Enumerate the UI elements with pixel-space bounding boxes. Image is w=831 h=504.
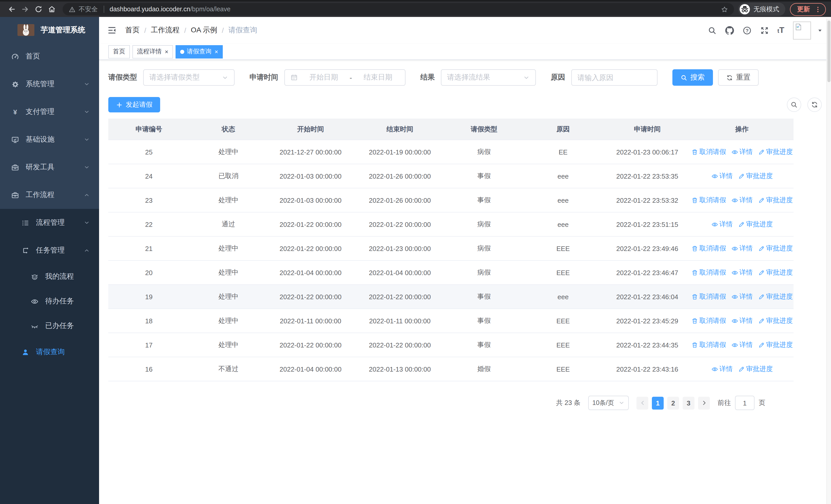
approval-progress-action[interactable]: 审批进度	[738, 220, 773, 229]
sidebar-item-infra[interactable]: 基础设施	[0, 126, 99, 153]
table-row[interactable]: 16 不通过 2022-01-04 00:00:00 2022-01-13 00…	[108, 357, 794, 381]
sidebar-item-payment[interactable]: ¥ 支付管理	[0, 98, 99, 126]
breadcrumb-item[interactable]: OA 示例/	[191, 26, 229, 35]
table-row[interactable]: 21 处理中 2022-01-22 00:00:00 2022-01-23 00…	[108, 237, 794, 261]
cancel-leave-action[interactable]: 取消请假	[691, 196, 726, 205]
cancel-leave-action[interactable]: 取消请假	[691, 292, 726, 301]
cancel-leave-action[interactable]: 取消请假	[691, 340, 726, 350]
sidebar-item-workflow[interactable]: 工作流程	[0, 181, 99, 209]
detail-action[interactable]: 详情	[711, 220, 733, 229]
cancel-leave-action[interactable]: 取消请假	[691, 316, 726, 325]
sidebar-item-process-mgmt[interactable]: 流程管理	[0, 209, 99, 237]
sidebar-item-home[interactable]: 首页	[0, 42, 99, 70]
result-select[interactable]: 请选择流结果	[441, 69, 536, 86]
prev-page-button[interactable]	[636, 396, 648, 409]
tab-process-detail[interactable]: 流程详情 ×	[133, 45, 173, 58]
table-row[interactable]: 19 处理中 2022-01-22 00:00:00 2022-01-22 00…	[108, 285, 794, 309]
approval-progress-action[interactable]: 审批进度	[758, 316, 793, 325]
avatar[interactable]	[793, 21, 811, 39]
detail-action[interactable]: 详情	[731, 316, 753, 325]
chevron-down-icon[interactable]	[817, 27, 823, 33]
github-icon[interactable]	[725, 26, 734, 35]
tab-home[interactable]: 首页	[108, 45, 130, 58]
detail-action[interactable]: 详情	[731, 196, 753, 205]
table-row[interactable]: 23 处理中 2022-01-03 00:00:00 2022-01-26 00…	[108, 188, 794, 212]
browser-forward-button[interactable]	[19, 3, 32, 16]
cancel-leave-action[interactable]: 取消请假	[691, 268, 726, 277]
browser-reload-button[interactable]	[32, 3, 45, 16]
approval-progress-action[interactable]: 审批进度	[758, 196, 793, 205]
detail-action[interactable]: 详情	[731, 268, 753, 277]
address-bar[interactable]: 不安全 dashboard.yudao.iocoder.cn/bpm/oa/le…	[63, 3, 734, 16]
cancel-leave-action[interactable]: 取消请假	[691, 147, 726, 156]
edit-pen-icon	[758, 245, 765, 252]
actions-cell: 取消请假 详情 审批进度	[690, 316, 794, 325]
table-row[interactable]: 24 已取消 2022-01-03 00:00:00 2022-01-26 00…	[108, 164, 794, 188]
search-button[interactable]: 搜索	[672, 69, 713, 86]
detail-action[interactable]: 详情	[731, 244, 753, 253]
cell-reason: eee	[522, 196, 604, 204]
cell-status: 已取消	[190, 171, 267, 181]
detail-action[interactable]: 详情	[711, 171, 733, 181]
sidebar-item-leave-query[interactable]: 请假查询	[0, 338, 99, 366]
detail-action[interactable]: 详情	[731, 340, 753, 350]
toggle-search-button[interactable]	[787, 97, 801, 112]
approval-progress-action[interactable]: 审批进度	[758, 147, 793, 156]
browser-update-button[interactable]: 更新	[790, 3, 826, 16]
cell-end-time: 2022-01-22 00:00:00	[354, 220, 446, 228]
leave-type-select[interactable]: 请选择请假类型	[143, 69, 235, 86]
breadcrumb-item[interactable]: 请假查询/	[228, 26, 257, 35]
scrollbar-thumb[interactable]	[827, 21, 830, 82]
tab-close-icon[interactable]: ×	[214, 49, 218, 55]
approval-progress-action[interactable]: 审批进度	[738, 364, 773, 374]
reason-input[interactable]	[571, 69, 658, 86]
goto-page-input[interactable]	[735, 396, 754, 410]
approval-progress-action[interactable]: 审批进度	[738, 171, 773, 181]
detail-action[interactable]: 详情	[711, 364, 733, 374]
search-icon[interactable]	[708, 26, 716, 35]
next-page-button[interactable]	[698, 396, 710, 409]
tab-close-icon[interactable]: ×	[165, 49, 168, 55]
approval-progress-action[interactable]: 审批进度	[758, 292, 793, 301]
sidebar-item-todo-tasks[interactable]: 待办任务	[0, 289, 99, 314]
page-button[interactable]: 3	[683, 396, 694, 409]
breadcrumb-item[interactable]: 首页/	[125, 26, 151, 35]
detail-action[interactable]: 详情	[731, 292, 753, 301]
sidebar-item-system[interactable]: 系统管理	[0, 70, 99, 98]
table-row[interactable]: 25 处理中 2021-12-27 00:00:00 2022-01-19 00…	[108, 140, 794, 164]
sidebar-collapse-icon[interactable]	[107, 26, 116, 35]
approval-progress-action[interactable]: 审批进度	[758, 244, 793, 253]
table-row[interactable]: 18 处理中 2022-01-11 00:00:00 2022-01-11 00…	[108, 309, 794, 333]
page-button[interactable]: 1	[652, 396, 664, 409]
help-icon[interactable]: ?	[742, 26, 751, 35]
leave-table: 申请编号状态开始时间结束时间请假类型原因申请时间操作 25 处理中 2021-1…	[108, 119, 794, 381]
create-leave-button[interactable]: 发起请假	[108, 97, 160, 112]
kebab-menu-icon[interactable]	[814, 6, 821, 12]
briefcase-icon	[11, 191, 19, 199]
table-row[interactable]: 17 处理中 2022-01-22 00:00:00 2022-01-22 00…	[108, 333, 794, 357]
approval-progress-action[interactable]: 审批进度	[758, 340, 793, 350]
approval-progress-action[interactable]: 审批进度	[758, 268, 793, 277]
sidebar-item-devtools[interactable]: 研发工具	[0, 153, 99, 181]
detail-action[interactable]: 详情	[731, 147, 753, 156]
window-scrollbar[interactable]	[826, 19, 831, 504]
sidebar-item-done-tasks[interactable]: 已办任务	[0, 314, 99, 338]
table-row[interactable]: 20 处理中 2022-01-04 00:00:00 2022-01-04 00…	[108, 261, 794, 285]
fullscreen-icon[interactable]	[760, 26, 769, 35]
sidebar-item-my-process[interactable]: 我的流程	[0, 264, 99, 289]
app-logo[interactable]: 芋道管理系统	[0, 17, 99, 42]
page-size-select[interactable]: 10条/页	[588, 396, 629, 410]
font-size-icon[interactable]: tT	[777, 26, 784, 34]
bookmark-star-icon[interactable]	[721, 6, 728, 12]
cancel-leave-action[interactable]: 取消请假	[691, 244, 726, 253]
browser-home-button[interactable]	[45, 3, 58, 16]
page-button[interactable]: 2	[667, 396, 679, 409]
refresh-table-button[interactable]	[807, 97, 822, 112]
tab-leave-query[interactable]: 请假查询 ×	[175, 45, 223, 58]
reset-button[interactable]: 重置	[718, 69, 758, 86]
browser-back-button[interactable]	[5, 3, 19, 16]
sidebar-item-task-mgmt[interactable]: 任务管理	[0, 237, 99, 264]
table-row[interactable]: 22 通过 2022-01-22 00:00:00 2022-01-22 00:…	[108, 212, 794, 237]
apply-time-range-picker[interactable]: 开始日期 - 结束日期	[284, 69, 405, 86]
breadcrumb-item[interactable]: 工作流程/	[151, 26, 191, 35]
